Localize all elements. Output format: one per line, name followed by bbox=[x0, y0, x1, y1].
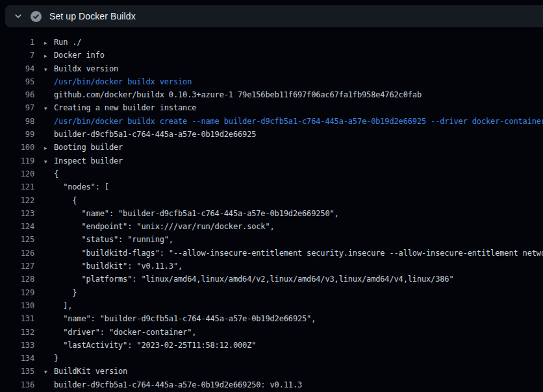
log-line: 129 } bbox=[0, 286, 543, 299]
triangle-collapsed-icon: ▸ bbox=[44, 36, 54, 49]
group-title: BuildKit version bbox=[54, 367, 127, 376]
line-number[interactable]: 96 bbox=[0, 88, 34, 101]
log-group-toggle[interactable]: ▸Run ./ bbox=[44, 36, 81, 49]
log-command-text: /usr/bin/docker buildx create --name bui… bbox=[44, 115, 543, 128]
line-number[interactable]: 133 bbox=[0, 339, 34, 352]
line-number[interactable]: 123 bbox=[0, 207, 34, 220]
log-line: 131 "name": "builder-d9cfb5a1-c764-445a-… bbox=[0, 312, 543, 325]
group-title: Run ./ bbox=[54, 38, 81, 47]
log-output-text: "name": "builder-d9cfb5a1-c764-445a-a57e… bbox=[44, 207, 339, 220]
line-number[interactable]: 97 bbox=[0, 101, 34, 114]
log-line: 95/usr/bin/docker buildx version bbox=[0, 75, 543, 88]
log-line: 97▾Creating a new builder instance bbox=[0, 101, 543, 114]
line-number[interactable]: 98 bbox=[0, 115, 34, 128]
log-group-toggle[interactable]: ▾Creating a new builder instance bbox=[44, 101, 196, 114]
log-output-text: } bbox=[44, 352, 58, 365]
step-header[interactable]: Set up Docker Buildx bbox=[5, 5, 543, 27]
line-number[interactable]: 120 bbox=[0, 167, 34, 180]
log-output-text: } bbox=[44, 286, 77, 299]
line-number[interactable]: 99 bbox=[0, 128, 34, 141]
log-output-text: "lastActivity": "2023-02-25T11:58:12.000… bbox=[44, 339, 256, 352]
log-output-text: builder-d9cfb5a1-c764-445a-a57e-0b19d2e6… bbox=[44, 128, 256, 141]
log-line: 122 { bbox=[0, 194, 543, 207]
log-line: 124 "endpoint": "unix:///var/run/docker.… bbox=[0, 220, 543, 233]
log-group-toggle[interactable]: ▸Docker info bbox=[44, 49, 105, 62]
line-number[interactable]: 131 bbox=[0, 312, 34, 325]
line-number[interactable]: 122 bbox=[0, 194, 34, 207]
triangle-expanded-icon: ▾ bbox=[44, 102, 54, 115]
log-output-text: "nodes": [ bbox=[44, 180, 109, 193]
line-number[interactable]: 128 bbox=[0, 273, 34, 286]
log-line: 7▸Docker info bbox=[0, 49, 543, 62]
log-line: 125 "status": "running", bbox=[0, 233, 543, 246]
log-line: 94▾Buildx version bbox=[0, 62, 543, 75]
log-output-text: ], bbox=[44, 299, 72, 312]
line-number[interactable]: 119 bbox=[0, 154, 34, 167]
log-output-text: github.com/docker/buildx 0.10.3+azure-1 … bbox=[44, 88, 422, 101]
triangle-expanded-icon: ▾ bbox=[44, 63, 54, 76]
log-group-toggle[interactable]: ▾Inspect builder bbox=[44, 154, 123, 167]
log-output-text: "buildkit": "v0.11.3", bbox=[44, 260, 183, 273]
line-number[interactable]: 94 bbox=[0, 62, 34, 75]
line-number[interactable]: 7 bbox=[0, 49, 34, 62]
line-number[interactable]: 127 bbox=[0, 260, 34, 273]
log-line: 123 "name": "builder-d9cfb5a1-c764-445a-… bbox=[0, 207, 543, 220]
log-command-text: /usr/bin/docker buildx version bbox=[44, 75, 192, 88]
group-title: Docker info bbox=[54, 51, 105, 60]
line-number[interactable]: 132 bbox=[0, 326, 34, 339]
log-group-toggle[interactable]: ▾BuildKit version bbox=[44, 365, 127, 378]
triangle-expanded-icon: ▾ bbox=[44, 155, 54, 168]
log-group-toggle[interactable]: ▸Booting builder bbox=[44, 141, 123, 154]
group-title: Inspect builder bbox=[54, 156, 123, 165]
group-title: Buildx version bbox=[54, 64, 118, 73]
log-line: 128 "platforms": "linux/amd64,linux/amd6… bbox=[0, 273, 543, 286]
line-number[interactable]: 95 bbox=[0, 75, 34, 88]
log-output-text: "driver": "docker-container", bbox=[44, 326, 196, 339]
log-lines: 1▸Run ./7▸Docker info94▾Buildx version95… bbox=[0, 36, 543, 391]
log-line: 132 "driver": "docker-container", bbox=[0, 326, 543, 339]
line-number[interactable]: 130 bbox=[0, 299, 34, 312]
log-output-text: "name": "builder-d9cfb5a1-c764-445a-a57e… bbox=[44, 312, 316, 325]
log-line: 134} bbox=[0, 352, 543, 365]
line-number[interactable]: 1 bbox=[0, 36, 34, 49]
line-number[interactable]: 134 bbox=[0, 352, 34, 365]
line-number[interactable]: 126 bbox=[0, 247, 34, 260]
log-output-text: "status": "running", bbox=[44, 233, 173, 246]
log-line: 96github.com/docker/buildx 0.10.3+azure-… bbox=[0, 88, 543, 101]
line-number[interactable]: 125 bbox=[0, 233, 34, 246]
log-line: 133 "lastActivity": "2023-02-25T11:58:12… bbox=[0, 339, 543, 352]
log-line: 130 ], bbox=[0, 299, 543, 312]
line-number[interactable]: 100 bbox=[0, 141, 34, 154]
group-title: Booting builder bbox=[54, 143, 123, 152]
triangle-collapsed-icon: ▸ bbox=[44, 49, 54, 62]
chevron-down-icon[interactable] bbox=[10, 8, 26, 24]
log-output-text: { bbox=[44, 194, 77, 207]
log-output-text: "platforms": "linux/amd64,linux/amd64/v2… bbox=[44, 273, 454, 286]
log-line: 120{ bbox=[0, 167, 543, 180]
step-title: Set up Docker Buildx bbox=[49, 11, 136, 21]
group-title: Creating a new builder instance bbox=[54, 103, 196, 112]
log-group-toggle[interactable]: ▾Buildx version bbox=[44, 62, 118, 75]
check-circle-icon bbox=[31, 11, 42, 22]
line-number[interactable]: 121 bbox=[0, 180, 34, 193]
log-line: 1▸Run ./ bbox=[0, 36, 543, 49]
log-line: 100▸Booting builder bbox=[0, 141, 543, 154]
log-line: 126 "buildkitd-flags": "--allow-insecure… bbox=[0, 247, 543, 260]
log-line: 136builder-d9cfb5a1-c764-445a-a57e-0b19d… bbox=[0, 378, 543, 391]
log-line: 119▾Inspect builder bbox=[0, 154, 543, 167]
log-line: 121 "nodes": [ bbox=[0, 180, 543, 193]
log-output-text: "buildkitd-flags": "--allow-insecure-ent… bbox=[44, 247, 543, 260]
log-output-text: "endpoint": "unix:///var/run/docker.sock… bbox=[44, 220, 275, 233]
line-number[interactable]: 135 bbox=[0, 365, 34, 378]
triangle-collapsed-icon: ▸ bbox=[44, 141, 54, 154]
log-line: 135▾BuildKit version bbox=[0, 365, 543, 378]
log-line: 98/usr/bin/docker buildx create --name b… bbox=[0, 115, 543, 128]
line-number[interactable]: 136 bbox=[0, 378, 34, 391]
log-line: 127 "buildkit": "v0.11.3", bbox=[0, 260, 543, 273]
triangle-expanded-icon: ▾ bbox=[44, 365, 54, 378]
line-number[interactable]: 124 bbox=[0, 220, 34, 233]
log-line: 99builder-d9cfb5a1-c764-445a-a57e-0b19d2… bbox=[0, 128, 543, 141]
log-output-text: builder-d9cfb5a1-c764-445a-a57e-0b19d2e6… bbox=[44, 378, 302, 391]
log-output-text: { bbox=[44, 167, 58, 180]
line-number[interactable]: 129 bbox=[0, 286, 34, 299]
